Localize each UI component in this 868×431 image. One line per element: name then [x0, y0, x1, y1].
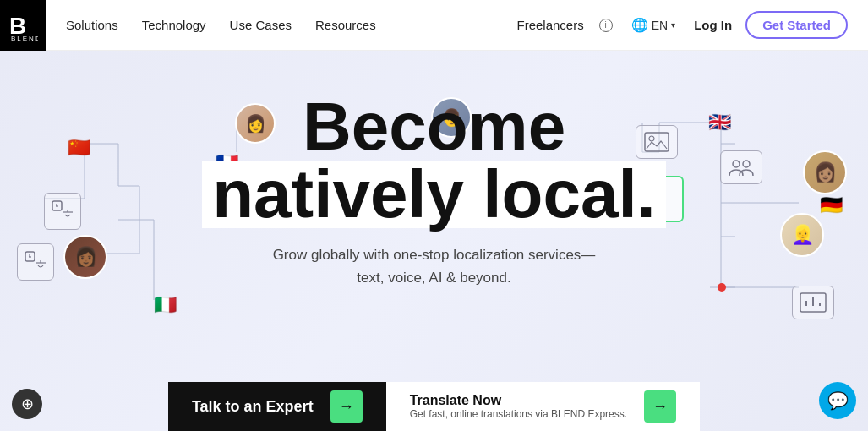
- login-button[interactable]: Log In: [694, 18, 732, 32]
- svg-text:BLEND: BLEND: [11, 35, 38, 41]
- nav-use-cases[interactable]: Use Cases: [230, 18, 292, 32]
- lang-selector[interactable]: 🌐 EN ▾: [626, 14, 680, 36]
- hero-subtitle-line2: text, voice, AI & beyond.: [357, 270, 510, 286]
- nav-solutions[interactable]: Solutions: [66, 18, 118, 32]
- talk-to-expert-label: Talk to an Expert: [192, 398, 314, 416]
- nav-freelancers[interactable]: Freelancers: [516, 18, 583, 32]
- hero-section: .conn { stroke: #b0b8d0; stroke-width: 1…: [0, 51, 868, 431]
- hero-title-line1: Become: [303, 89, 565, 164]
- translate-arrow-icon: →: [644, 390, 676, 423]
- accessibility-icon: ⊕: [21, 395, 34, 413]
- accessibility-button[interactable]: ⊕: [12, 389, 42, 419]
- chat-button[interactable]: 💬: [819, 382, 856, 419]
- info-icon[interactable]: i: [599, 19, 613, 32]
- navbar: B BLEND Solutions Technology Use Cases R…: [0, 0, 868, 51]
- chat-icon: 💬: [827, 390, 849, 411]
- nav-technology[interactable]: Technology: [142, 18, 206, 32]
- lang-label: EN: [652, 19, 668, 32]
- translate-subtitle: Get fast, online translations via BLEND …: [410, 408, 627, 420]
- nav-resources[interactable]: Resources: [315, 18, 376, 32]
- hero-subtitle-line1: Grow globally with one-stop localization…: [273, 247, 596, 263]
- talk-to-expert-button[interactable]: Talk to an Expert →: [168, 382, 386, 431]
- get-started-button[interactable]: Get Started: [745, 11, 848, 39]
- nav-links: Solutions Technology Use Cases Resources: [66, 18, 516, 32]
- expert-arrow-icon: →: [330, 390, 363, 423]
- translate-title: Translate Now: [410, 393, 501, 408]
- chevron-down-icon: ▾: [671, 20, 675, 30]
- logo[interactable]: B BLEND: [0, 0, 46, 51]
- hero-subtitle: Grow globally with one-stop localization…: [273, 243, 596, 289]
- hero-title-line2: natively local.: [202, 161, 666, 228]
- translate-text-group: Translate Now Get fast, online translati…: [410, 393, 627, 420]
- nav-right: Freelancers i 🌐 EN ▾ Log In Get Started: [516, 11, 848, 39]
- globe-icon: 🌐: [631, 17, 648, 33]
- hero-title: Become natively local.: [202, 93, 666, 228]
- translate-now-button[interactable]: Translate Now Get fast, online translati…: [386, 382, 700, 431]
- hero-buttons: Talk to an Expert → Translate Now Get fa…: [0, 382, 868, 431]
